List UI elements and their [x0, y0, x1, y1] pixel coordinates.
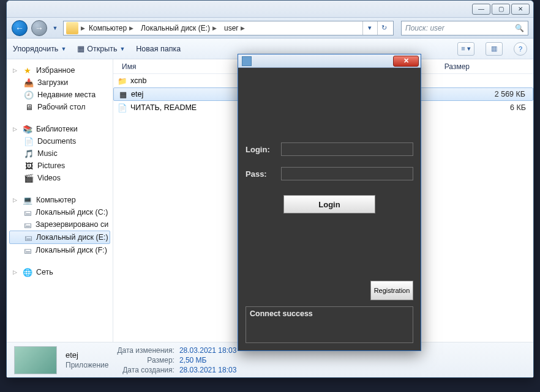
nav-favorites[interactable]: ▷★Избранное [7, 64, 113, 76]
details-created-label: Дата создания: [117, 366, 174, 374]
minimize-button[interactable]: — [472, 4, 490, 15]
view-options-button[interactable]: ≡ ▾ [457, 42, 474, 56]
file-name: etej [129, 90, 240, 98]
login-dialog: ✕ Login: Pass: Login Registration Connec… [238, 54, 421, 351]
titlebar: — ▢ ✕ [7, 1, 533, 18]
nav-computer[interactable]: ▷💻Компьютер [7, 194, 113, 206]
library-icon: 📚 [23, 124, 32, 134]
nav-videos[interactable]: 🎬Videos [7, 172, 113, 184]
nav-recent[interactable]: 🕘Недавние места [7, 89, 113, 101]
desktop-icon: 🖥 [24, 102, 34, 112]
open-icon: ▦ [77, 44, 84, 53]
details-size-label: Размер: [117, 356, 174, 364]
refresh-button[interactable]: ↻ [377, 21, 391, 35]
videos-icon: 🎬 [24, 173, 34, 183]
txt-icon: 📄 [117, 103, 128, 113]
breadcrumb-seg[interactable]: Локальный диск (E:)▶ [137, 24, 220, 32]
nav-network[interactable]: ▷🌐Сеть [7, 266, 113, 278]
search-placeholder: Поиск: user [405, 24, 444, 32]
drive-icon: 🖴 [24, 245, 32, 255]
downloads-icon: 📥 [24, 78, 34, 87]
nav-documents[interactable]: 📄Documents [7, 135, 113, 147]
dialog-titlebar: ✕ [238, 54, 421, 68]
details-mod: 28.03.2021 18:03 [179, 346, 236, 355]
nav-desktop[interactable]: 🖥Рабочий стол [7, 101, 113, 113]
navigation-pane: ▷★Избранное 📥Загрузки 🕘Недавние места 🖥Р… [7, 59, 113, 342]
details-created: 28.03.2021 18:03 [179, 366, 236, 374]
details-name: etej [66, 350, 108, 360]
nav-back-button[interactable]: ← [12, 20, 28, 36]
documents-icon: 📄 [24, 136, 34, 146]
nav-history-dropdown[interactable]: ▼ [51, 20, 59, 36]
network-icon: 🌐 [23, 267, 32, 277]
nav-drive-f[interactable]: 🖴Локальный диск (F:) [7, 244, 113, 256]
nav-libraries[interactable]: ▷📚Библиотеки [7, 123, 113, 135]
nav-drive-e[interactable]: 🖴Локальный диск (E:) [9, 231, 110, 244]
file-thumbnail [14, 346, 57, 374]
file-name: xcnb [128, 76, 239, 85]
close-button[interactable]: ✕ [511, 4, 530, 15]
help-button[interactable]: ? [514, 42, 527, 56]
maximize-button[interactable]: ▢ [492, 4, 510, 15]
breadcrumb[interactable]: ▶ Компьютер▶ Локальный диск (E:)▶ user▶ … [63, 21, 394, 35]
search-icon: 🔍 [515, 24, 524, 32]
pictures-icon: 🖼 [24, 161, 34, 171]
app-icon [242, 56, 252, 66]
address-bar: ← → ▼ ▶ Компьютер▶ Локальный диск (E:)▶ … [7, 18, 533, 39]
login-input[interactable] [281, 142, 413, 156]
nav-drive-reserved[interactable]: 🖴Зарезервировано си [7, 218, 113, 231]
breadcrumb-seg[interactable]: user▶ [220, 24, 249, 32]
file-size: 6 КБ [484, 103, 533, 112]
folder-icon [66, 22, 78, 34]
app-icon: ▦ [118, 90, 129, 99]
login-button[interactable]: Login [283, 195, 375, 213]
password-input[interactable] [281, 167, 413, 180]
music-icon: 🎵 [24, 149, 34, 158]
drive-icon: 🖴 [24, 207, 32, 217]
drive-icon: 🖴 [24, 220, 32, 229]
breadcrumb-seg[interactable]: Компьютер▶ [85, 24, 137, 32]
login-label: Login: [246, 145, 276, 154]
computer-icon: 💻 [23, 195, 32, 205]
pass-label: Pass: [246, 169, 276, 179]
dialog-close-button[interactable]: ✕ [393, 56, 419, 67]
details-type: Приложение [66, 361, 108, 369]
registration-button[interactable]: Registration [370, 281, 413, 300]
status-box: Connect success [246, 306, 413, 343]
preview-pane-button[interactable]: ▥ [486, 42, 503, 56]
nav-pictures[interactable]: 🖼Pictures [7, 160, 113, 172]
recent-icon: 🕘 [24, 90, 34, 100]
folder-icon: 📁 [117, 76, 128, 86]
file-name: ЧИТАТЬ, README [128, 103, 239, 112]
details-size: 2,50 МБ [179, 356, 236, 364]
file-size: 2 569 КБ [484, 90, 533, 98]
nav-drive-c[interactable]: 🖴Локальный диск (C:) [7, 206, 113, 218]
col-name[interactable]: Имя [117, 62, 239, 71]
nav-music[interactable]: 🎵Music [7, 147, 113, 160]
search-input[interactable]: Поиск: user 🔍 [401, 21, 528, 35]
col-size[interactable]: Размер [426, 62, 474, 71]
details-mod-label: Дата изменения: [117, 346, 174, 355]
breadcrumb-dropdown[interactable]: ▾ [362, 21, 376, 35]
open-button[interactable]: ▦ Открыть ▼ [77, 44, 125, 53]
star-icon: ★ [23, 65, 32, 75]
organize-menu[interactable]: Упорядочить ▼ [13, 45, 66, 53]
drive-icon: 🖴 [24, 232, 32, 242]
new-folder-button[interactable]: Новая папка [136, 45, 181, 53]
nav-downloads[interactable]: 📥Загрузки [7, 76, 113, 89]
nav-forward-button[interactable]: → [31, 20, 47, 36]
